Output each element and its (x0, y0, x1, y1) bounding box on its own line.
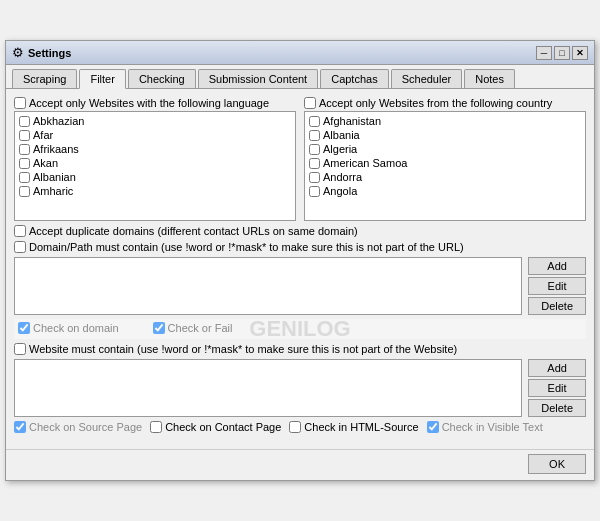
duplicate-domains-section: Accept duplicate domains (different cont… (14, 225, 586, 237)
language-section: Accept only Websites with the following … (14, 97, 296, 221)
tab-bar: Scraping Filter Checking Submission Cont… (6, 65, 594, 89)
website-contain-label[interactable]: Website must contain (use !word or !*mas… (14, 343, 586, 355)
lists-row: Accept only Websites with the following … (14, 97, 586, 221)
close-button[interactable]: ✕ (572, 46, 588, 60)
tab-scheduler[interactable]: Scheduler (391, 69, 463, 88)
domain-edit-button[interactable]: Edit (528, 277, 586, 295)
list-item: Amharic (17, 184, 293, 198)
country-header-label[interactable]: Accept only Websites from the following … (304, 97, 586, 109)
tab-checking[interactable]: Checking (128, 69, 196, 88)
visible-text-text: Check in Visible Text (442, 421, 543, 433)
domain-area: Add Edit Delete (14, 257, 586, 315)
language-header-label[interactable]: Accept only Websites with the following … (14, 97, 296, 109)
domain-path-text: Domain/Path must contain (use !word or !… (29, 241, 464, 253)
titlebar-title: Settings (28, 47, 71, 59)
website-contain-checkbox[interactable] (14, 343, 26, 355)
bottom-checkboxes: Check on Source Page Check on Contact Pa… (14, 421, 586, 435)
tab-captchas[interactable]: Captchas (320, 69, 388, 88)
bottom-bar: OK (6, 449, 594, 480)
contact-page-label[interactable]: Check on Contact Page (150, 421, 281, 433)
website-contain-text: Website must contain (use !word or !*mas… (29, 343, 457, 355)
language-header-text: Accept only Websites with the following … (29, 97, 269, 109)
visible-text-checkbox[interactable] (427, 421, 439, 433)
domain-add-button[interactable]: Add (528, 257, 586, 275)
tab-scraping[interactable]: Scraping (12, 69, 77, 88)
source-page-text: Check on Source Page (29, 421, 142, 433)
maximize-button[interactable]: □ (554, 46, 570, 60)
duplicate-domains-text: Accept duplicate domains (different cont… (29, 225, 358, 237)
html-source-label[interactable]: Check in HTML-Source (289, 421, 418, 433)
list-item: Abkhazian (17, 114, 293, 128)
website-textarea-area (14, 359, 522, 417)
list-item: Algeria (307, 142, 583, 156)
website-buttons: Add Edit Delete (528, 359, 586, 417)
contact-page-checkbox[interactable] (150, 421, 162, 433)
list-item: Andorra (307, 170, 583, 184)
duplicate-domains-checkbox[interactable] (14, 225, 26, 237)
country-list[interactable]: Afghanistan Albania Algeria American Sam… (304, 111, 586, 221)
tab-submission-content[interactable]: Submission Content (198, 69, 318, 88)
list-item: Afghanistan (307, 114, 583, 128)
domain-path-textarea[interactable] (14, 257, 522, 315)
domain-delete-button[interactable]: Delete (528, 297, 586, 315)
titlebar-left: ⚙ Settings (12, 45, 71, 60)
check-or-fail-label[interactable]: Check or Fail (153, 322, 233, 334)
domain-path-section: Domain/Path must contain (use !word or !… (14, 241, 586, 253)
website-delete-button[interactable]: Delete (528, 399, 586, 417)
watermark-text: GENILOG (249, 316, 350, 342)
source-page-label[interactable]: Check on Source Page (14, 421, 142, 433)
titlebar-buttons: ─ □ ✕ (536, 46, 588, 60)
list-item: Albanian (17, 170, 293, 184)
check-or-fail-checkbox[interactable] (153, 322, 165, 334)
settings-window: ⚙ Settings ─ □ ✕ Scraping Filter Checkin… (5, 40, 595, 481)
country-header-text: Accept only Websites from the following … (319, 97, 552, 109)
website-contain-section: Website must contain (use !word or !*mas… (14, 343, 586, 355)
check-domain-checkbox[interactable] (18, 322, 30, 334)
country-section: Accept only Websites from the following … (304, 97, 586, 221)
contact-page-text: Check on Contact Page (165, 421, 281, 433)
tab-filter[interactable]: Filter (79, 69, 125, 89)
domain-path-checkbox[interactable] (14, 241, 26, 253)
domain-buttons: Add Edit Delete (528, 257, 586, 315)
domain-textarea-area (14, 257, 522, 315)
duplicate-domains-label[interactable]: Accept duplicate domains (different cont… (14, 225, 586, 237)
language-list[interactable]: Abkhazian Afar Afrikaans Akan Albanian A… (14, 111, 296, 221)
visible-text-label[interactable]: Check in Visible Text (427, 421, 543, 433)
country-checkbox[interactable] (304, 97, 316, 109)
html-source-checkbox[interactable] (289, 421, 301, 433)
list-item: American Samoa (307, 156, 583, 170)
titlebar: ⚙ Settings ─ □ ✕ (6, 41, 594, 65)
check-domain-label[interactable]: Check on domain (18, 322, 119, 334)
html-source-text: Check in HTML-Source (304, 421, 418, 433)
check-domain-row: Check on domain Check or Fail GENILOG (14, 319, 586, 339)
list-item: Afrikaans (17, 142, 293, 156)
minimize-button[interactable]: ─ (536, 46, 552, 60)
check-or-fail-text: Check or Fail (168, 322, 233, 334)
tab-notes[interactable]: Notes (464, 69, 515, 88)
website-contain-textarea[interactable] (14, 359, 522, 417)
domain-path-label[interactable]: Domain/Path must contain (use !word or !… (14, 241, 586, 253)
language-checkbox[interactable] (14, 97, 26, 109)
list-item: Afar (17, 128, 293, 142)
list-item: Albania (307, 128, 583, 142)
website-add-button[interactable]: Add (528, 359, 586, 377)
ok-button[interactable]: OK (528, 454, 586, 474)
list-item: Akan (17, 156, 293, 170)
titlebar-icon: ⚙ (12, 45, 24, 60)
content-area: Accept only Websites with the following … (6, 89, 594, 449)
check-domain-text: Check on domain (33, 322, 119, 334)
source-page-checkbox[interactable] (14, 421, 26, 433)
website-edit-button[interactable]: Edit (528, 379, 586, 397)
list-item: Angola (307, 184, 583, 198)
website-area: Add Edit Delete (14, 359, 586, 417)
